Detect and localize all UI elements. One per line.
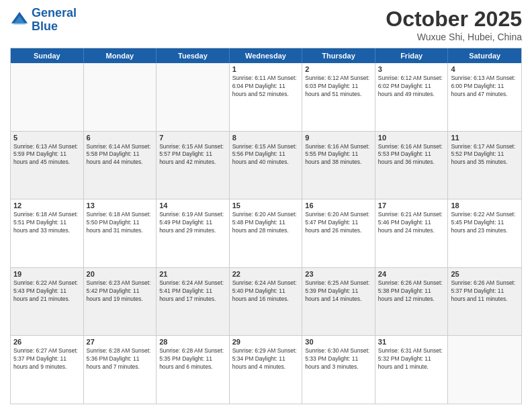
logo-line1: General <box>32 6 77 19</box>
calendar-header: SundayMondayTuesdayWednesdayThursdayFrid… <box>11 48 521 63</box>
logo-icon <box>10 11 29 30</box>
logo-text: General Blue <box>32 7 77 34</box>
day-number: 21 <box>159 270 226 278</box>
calendar-row-1: 5Sunrise: 6:13 AM Sunset: 5:59 PM Daylig… <box>11 131 521 199</box>
day-number: 8 <box>232 134 300 142</box>
calendar-cell-empty <box>157 63 230 131</box>
weekday-header-friday: Friday <box>375 48 449 63</box>
day-number: 3 <box>378 65 445 73</box>
day-info: Sunrise: 6:29 AM Sunset: 5:34 PM Dayligh… <box>232 347 300 371</box>
day-info: Sunrise: 6:26 AM Sunset: 5:37 PM Dayligh… <box>451 279 519 304</box>
calendar-cell-day-5: 5Sunrise: 6:13 AM Sunset: 5:59 PM Daylig… <box>11 132 84 199</box>
calendar-row-2: 12Sunrise: 6:18 AM Sunset: 5:51 PM Dayli… <box>11 199 521 267</box>
calendar-cell-day-11: 11Sunrise: 6:17 AM Sunset: 5:52 PM Dayli… <box>448 132 521 199</box>
title-block: October 2025 Wuxue Shi, Hubei, China <box>386 7 522 42</box>
day-number: 18 <box>451 201 519 210</box>
calendar-cell-day-2: 2Sunrise: 6:12 AM Sunset: 6:03 PM Daylig… <box>302 63 375 131</box>
calendar-row-3: 19Sunrise: 6:22 AM Sunset: 5:43 PM Dayli… <box>11 267 521 336</box>
calendar-cell-day-18: 18Sunrise: 6:22 AM Sunset: 5:45 PM Dayli… <box>448 199 521 267</box>
calendar-cell-day-21: 21Sunrise: 6:24 AM Sunset: 5:41 PM Dayli… <box>157 268 230 336</box>
day-info: Sunrise: 6:30 AM Sunset: 5:33 PM Dayligh… <box>305 347 372 371</box>
calendar-row-0: 1Sunrise: 6:11 AM Sunset: 6:04 PM Daylig… <box>11 63 521 131</box>
day-number: 12 <box>13 201 81 210</box>
calendar-cell-day-23: 23Sunrise: 6:25 AM Sunset: 5:39 PM Dayli… <box>302 268 375 336</box>
day-info: Sunrise: 6:19 AM Sunset: 5:49 PM Dayligh… <box>159 211 226 235</box>
calendar-cell-day-28: 28Sunrise: 6:28 AM Sunset: 5:35 PM Dayli… <box>157 336 230 404</box>
calendar-cell-day-7: 7Sunrise: 6:15 AM Sunset: 5:57 PM Daylig… <box>157 132 230 199</box>
day-number: 1 <box>232 65 300 73</box>
day-number: 6 <box>87 134 154 142</box>
calendar-cell-day-15: 15Sunrise: 6:20 AM Sunset: 5:48 PM Dayli… <box>230 199 303 267</box>
weekday-header-wednesday: Wednesday <box>230 48 303 63</box>
day-info: Sunrise: 6:16 AM Sunset: 5:53 PM Dayligh… <box>378 143 445 167</box>
location-subtitle: Wuxue Shi, Hubei, China <box>386 32 522 42</box>
day-info: Sunrise: 6:16 AM Sunset: 5:55 PM Dayligh… <box>305 143 372 167</box>
calendar: SundayMondayTuesdayWednesdayThursdayFrid… <box>10 48 522 404</box>
logo: General Blue <box>10 7 77 34</box>
day-info: Sunrise: 6:31 AM Sunset: 5:32 PM Dayligh… <box>378 347 445 371</box>
day-number: 4 <box>451 65 519 73</box>
calendar-cell-day-1: 1Sunrise: 6:11 AM Sunset: 6:04 PM Daylig… <box>230 63 303 131</box>
day-number: 16 <box>305 201 372 210</box>
day-info: Sunrise: 6:14 AM Sunset: 5:58 PM Dayligh… <box>87 143 154 167</box>
calendar-row-4: 26Sunrise: 6:27 AM Sunset: 5:37 PM Dayli… <box>11 335 521 404</box>
day-info: Sunrise: 6:25 AM Sunset: 5:39 PM Dayligh… <box>305 279 372 304</box>
day-number: 9 <box>305 134 372 142</box>
day-info: Sunrise: 6:13 AM Sunset: 6:00 PM Dayligh… <box>451 75 519 99</box>
day-number: 7 <box>159 134 226 142</box>
day-number: 28 <box>159 338 226 346</box>
calendar-cell-day-3: 3Sunrise: 6:12 AM Sunset: 6:02 PM Daylig… <box>375 63 449 131</box>
weekday-header-tuesday: Tuesday <box>157 48 230 63</box>
day-info: Sunrise: 6:20 AM Sunset: 5:48 PM Dayligh… <box>232 211 300 235</box>
day-info: Sunrise: 6:12 AM Sunset: 6:02 PM Dayligh… <box>378 75 445 99</box>
day-number: 11 <box>451 134 519 142</box>
day-number: 31 <box>378 338 445 346</box>
calendar-cell-empty <box>11 63 84 131</box>
weekday-header-sunday: Sunday <box>11 48 84 63</box>
day-info: Sunrise: 6:27 AM Sunset: 5:37 PM Dayligh… <box>13 347 81 371</box>
day-info: Sunrise: 6:24 AM Sunset: 5:41 PM Dayligh… <box>159 279 226 304</box>
day-number: 20 <box>87 270 154 278</box>
calendar-cell-day-16: 16Sunrise: 6:20 AM Sunset: 5:47 PM Dayli… <box>302 199 375 267</box>
day-number: 26 <box>13 338 81 346</box>
calendar-cell-day-22: 22Sunrise: 6:24 AM Sunset: 5:40 PM Dayli… <box>230 268 303 336</box>
day-info: Sunrise: 6:20 AM Sunset: 5:47 PM Dayligh… <box>305 211 372 235</box>
day-number: 14 <box>159 201 226 210</box>
day-info: Sunrise: 6:26 AM Sunset: 5:38 PM Dayligh… <box>378 279 445 304</box>
calendar-cell-day-20: 20Sunrise: 6:23 AM Sunset: 5:42 PM Dayli… <box>84 268 157 336</box>
day-info: Sunrise: 6:22 AM Sunset: 5:43 PM Dayligh… <box>13 279 81 304</box>
day-number: 5 <box>13 134 81 142</box>
day-info: Sunrise: 6:12 AM Sunset: 6:03 PM Dayligh… <box>305 75 372 99</box>
calendar-cell-day-13: 13Sunrise: 6:18 AM Sunset: 5:50 PM Dayli… <box>84 199 157 267</box>
day-number: 27 <box>87 338 154 346</box>
logo-line2: Blue <box>32 19 58 33</box>
day-info: Sunrise: 6:15 AM Sunset: 5:56 PM Dayligh… <box>232 143 300 167</box>
weekday-header-thursday: Thursday <box>302 48 375 63</box>
day-info: Sunrise: 6:15 AM Sunset: 5:57 PM Dayligh… <box>159 143 226 167</box>
day-number: 25 <box>451 270 519 278</box>
calendar-cell-day-19: 19Sunrise: 6:22 AM Sunset: 5:43 PM Dayli… <box>11 268 84 336</box>
weekday-header-saturday: Saturday <box>448 48 521 63</box>
day-info: Sunrise: 6:17 AM Sunset: 5:52 PM Dayligh… <box>451 143 519 167</box>
calendar-cell-day-31: 31Sunrise: 6:31 AM Sunset: 5:32 PM Dayli… <box>375 336 449 404</box>
day-info: Sunrise: 6:21 AM Sunset: 5:46 PM Dayligh… <box>378 211 445 235</box>
calendar-cell-empty <box>448 336 521 404</box>
calendar-cell-day-30: 30Sunrise: 6:30 AM Sunset: 5:33 PM Dayli… <box>302 336 375 404</box>
day-info: Sunrise: 6:24 AM Sunset: 5:40 PM Dayligh… <box>232 279 300 304</box>
calendar-cell-day-6: 6Sunrise: 6:14 AM Sunset: 5:58 PM Daylig… <box>84 132 157 199</box>
calendar-cell-empty <box>84 63 157 131</box>
calendar-cell-day-9: 9Sunrise: 6:16 AM Sunset: 5:55 PM Daylig… <box>302 132 375 199</box>
calendar-cell-day-24: 24Sunrise: 6:26 AM Sunset: 5:38 PM Dayli… <box>375 268 449 336</box>
day-info: Sunrise: 6:11 AM Sunset: 6:04 PM Dayligh… <box>232 75 300 99</box>
day-info: Sunrise: 6:22 AM Sunset: 5:45 PM Dayligh… <box>451 211 519 235</box>
calendar-cell-day-27: 27Sunrise: 6:28 AM Sunset: 5:36 PM Dayli… <box>84 336 157 404</box>
calendar-cell-day-29: 29Sunrise: 6:29 AM Sunset: 5:34 PM Dayli… <box>230 336 303 404</box>
day-number: 22 <box>232 270 300 278</box>
day-number: 29 <box>232 338 300 346</box>
day-number: 13 <box>87 201 154 210</box>
calendar-cell-day-12: 12Sunrise: 6:18 AM Sunset: 5:51 PM Dayli… <box>11 199 84 267</box>
day-number: 10 <box>378 134 445 142</box>
calendar-body: 1Sunrise: 6:11 AM Sunset: 6:04 PM Daylig… <box>11 63 521 404</box>
day-info: Sunrise: 6:28 AM Sunset: 5:35 PM Dayligh… <box>159 347 226 371</box>
calendar-cell-day-25: 25Sunrise: 6:26 AM Sunset: 5:37 PM Dayli… <box>448 268 521 336</box>
